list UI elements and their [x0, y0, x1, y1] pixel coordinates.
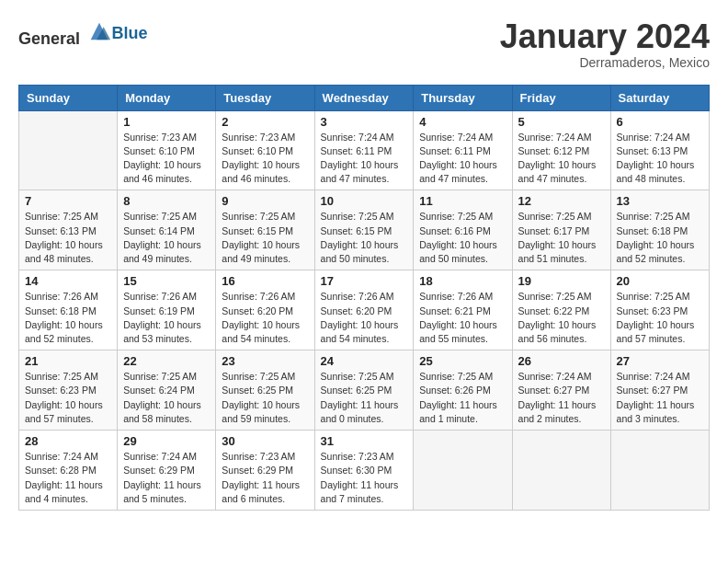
day-info: Sunrise: 7:25 AM Sunset: 6:25 PM Dayligh…: [321, 370, 408, 426]
calendar-header-cell: Wednesday: [314, 85, 414, 110]
calendar-header-cell: Sunday: [19, 85, 118, 110]
day-number: 8: [123, 194, 210, 208]
day-number: 9: [222, 194, 308, 208]
day-info: Sunrise: 7:26 AM Sunset: 6:20 PM Dayligh…: [321, 290, 408, 346]
calendar-day-cell: 1Sunrise: 7:23 AM Sunset: 6:10 PM Daylig…: [118, 110, 216, 190]
calendar-day-cell: [512, 431, 610, 511]
day-number: 16: [222, 274, 308, 288]
calendar-week-row: 21Sunrise: 7:25 AM Sunset: 6:23 PM Dayli…: [19, 350, 710, 431]
calendar-day-cell: [414, 431, 512, 511]
title-block: January 2024 Derramaderos, Mexico: [500, 18, 710, 70]
day-info: Sunrise: 7:25 AM Sunset: 6:24 PM Dayligh…: [123, 370, 210, 426]
day-info: Sunrise: 7:25 AM Sunset: 6:23 PM Dayligh…: [25, 370, 111, 426]
day-number: 18: [419, 274, 506, 288]
day-info: Sunrise: 7:24 AM Sunset: 6:28 PM Dayligh…: [25, 450, 111, 506]
day-number: 1: [123, 115, 210, 129]
day-info: Sunrise: 7:25 AM Sunset: 6:22 PM Dayligh…: [518, 290, 605, 346]
day-info: Sunrise: 7:25 AM Sunset: 6:17 PM Dayligh…: [518, 210, 605, 266]
calendar-header-cell: Monday: [118, 85, 216, 110]
day-info: Sunrise: 7:25 AM Sunset: 6:18 PM Dayligh…: [617, 210, 703, 266]
day-number: 6: [617, 115, 703, 129]
logo-blue: Blue: [112, 24, 148, 42]
calendar-day-cell: 29Sunrise: 7:24 AM Sunset: 6:29 PM Dayli…: [118, 431, 216, 511]
day-info: Sunrise: 7:24 AM Sunset: 6:13 PM Dayligh…: [617, 131, 703, 187]
day-number: 7: [25, 194, 111, 208]
calendar-week-row: 7Sunrise: 7:25 AM Sunset: 6:13 PM Daylig…: [19, 190, 710, 270]
calendar-header-cell: Thursday: [414, 85, 512, 110]
month-title: January 2024: [500, 18, 710, 55]
day-number: 13: [617, 194, 703, 208]
calendar-table: SundayMondayTuesdayWednesdayThursdayFrid…: [18, 85, 710, 511]
calendar-header-cell: Friday: [512, 85, 610, 110]
day-number: 5: [518, 115, 605, 129]
location: Derramaderos, Mexico: [500, 55, 710, 70]
calendar-week-row: 1Sunrise: 7:23 AM Sunset: 6:10 PM Daylig…: [19, 110, 710, 190]
calendar-header-cell: Tuesday: [216, 85, 314, 110]
calendar-body: 1Sunrise: 7:23 AM Sunset: 6:10 PM Daylig…: [19, 110, 710, 510]
day-info: Sunrise: 7:26 AM Sunset: 6:21 PM Dayligh…: [419, 290, 506, 346]
day-info: Sunrise: 7:25 AM Sunset: 6:25 PM Dayligh…: [222, 370, 308, 426]
calendar-day-cell: 4Sunrise: 7:24 AM Sunset: 6:11 PM Daylig…: [414, 110, 512, 190]
calendar-day-cell: 18Sunrise: 7:26 AM Sunset: 6:21 PM Dayli…: [414, 270, 512, 350]
day-info: Sunrise: 7:26 AM Sunset: 6:18 PM Dayligh…: [25, 290, 111, 346]
day-info: Sunrise: 7:23 AM Sunset: 6:10 PM Dayligh…: [123, 131, 210, 187]
calendar-day-cell: 28Sunrise: 7:24 AM Sunset: 6:28 PM Dayli…: [19, 431, 118, 511]
day-number: 4: [419, 115, 506, 129]
day-info: Sunrise: 7:25 AM Sunset: 6:23 PM Dayligh…: [617, 290, 703, 346]
day-number: 28: [25, 434, 111, 448]
calendar-day-cell: 14Sunrise: 7:26 AM Sunset: 6:18 PM Dayli…: [19, 270, 118, 350]
day-info: Sunrise: 7:25 AM Sunset: 6:14 PM Dayligh…: [123, 210, 210, 266]
day-number: 31: [321, 434, 408, 448]
calendar-day-cell: 21Sunrise: 7:25 AM Sunset: 6:23 PM Dayli…: [19, 350, 118, 431]
calendar-day-cell: 13Sunrise: 7:25 AM Sunset: 6:18 PM Dayli…: [610, 190, 709, 270]
day-number: 10: [321, 194, 408, 208]
logo-icon: [86, 18, 112, 44]
calendar-header-row: SundayMondayTuesdayWednesdayThursdayFrid…: [19, 85, 710, 110]
calendar-day-cell: 11Sunrise: 7:25 AM Sunset: 6:16 PM Dayli…: [414, 190, 512, 270]
calendar-day-cell: 15Sunrise: 7:26 AM Sunset: 6:19 PM Dayli…: [118, 270, 216, 350]
day-info: Sunrise: 7:26 AM Sunset: 6:20 PM Dayligh…: [222, 290, 308, 346]
calendar-day-cell: 2Sunrise: 7:23 AM Sunset: 6:10 PM Daylig…: [216, 110, 314, 190]
calendar-day-cell: 27Sunrise: 7:24 AM Sunset: 6:27 PM Dayli…: [610, 350, 709, 431]
calendar-day-cell: 23Sunrise: 7:25 AM Sunset: 6:25 PM Dayli…: [216, 350, 314, 431]
day-info: Sunrise: 7:25 AM Sunset: 6:26 PM Dayligh…: [419, 370, 506, 426]
day-number: 21: [25, 354, 111, 368]
day-number: 12: [518, 194, 605, 208]
calendar-day-cell: 16Sunrise: 7:26 AM Sunset: 6:20 PM Dayli…: [216, 270, 314, 350]
calendar-header-cell: Saturday: [610, 85, 709, 110]
calendar-day-cell: 20Sunrise: 7:25 AM Sunset: 6:23 PM Dayli…: [610, 270, 709, 350]
calendar-week-row: 14Sunrise: 7:26 AM Sunset: 6:18 PM Dayli…: [19, 270, 710, 350]
day-info: Sunrise: 7:24 AM Sunset: 6:11 PM Dayligh…: [321, 131, 408, 187]
day-number: 29: [123, 434, 210, 448]
calendar-day-cell: 3Sunrise: 7:24 AM Sunset: 6:11 PM Daylig…: [314, 110, 414, 190]
day-number: 15: [123, 274, 210, 288]
day-number: 23: [222, 354, 308, 368]
calendar-day-cell: 31Sunrise: 7:23 AM Sunset: 6:30 PM Dayli…: [314, 431, 414, 511]
day-number: 11: [419, 194, 506, 208]
day-info: Sunrise: 7:25 AM Sunset: 6:15 PM Dayligh…: [321, 210, 408, 266]
page-header: General Blue January 2024 Derramaderos, …: [18, 18, 710, 70]
day-number: 14: [25, 274, 111, 288]
day-number: 30: [222, 434, 308, 448]
day-number: 17: [321, 274, 408, 288]
calendar-day-cell: 19Sunrise: 7:25 AM Sunset: 6:22 PM Dayli…: [512, 270, 610, 350]
calendar-day-cell: 17Sunrise: 7:26 AM Sunset: 6:20 PM Dayli…: [314, 270, 414, 350]
day-info: Sunrise: 7:24 AM Sunset: 6:27 PM Dayligh…: [518, 370, 605, 426]
calendar-day-cell: 12Sunrise: 7:25 AM Sunset: 6:17 PM Dayli…: [512, 190, 610, 270]
day-number: 2: [222, 115, 308, 129]
calendar-day-cell: 25Sunrise: 7:25 AM Sunset: 6:26 PM Dayli…: [414, 350, 512, 431]
day-info: Sunrise: 7:23 AM Sunset: 6:10 PM Dayligh…: [222, 131, 308, 187]
calendar-day-cell: 22Sunrise: 7:25 AM Sunset: 6:24 PM Dayli…: [118, 350, 216, 431]
day-info: Sunrise: 7:25 AM Sunset: 6:15 PM Dayligh…: [222, 210, 308, 266]
day-info: Sunrise: 7:25 AM Sunset: 6:16 PM Dayligh…: [419, 210, 506, 266]
day-number: 27: [617, 354, 703, 368]
calendar-day-cell: 10Sunrise: 7:25 AM Sunset: 6:15 PM Dayli…: [314, 190, 414, 270]
day-number: 25: [419, 354, 506, 368]
day-info: Sunrise: 7:25 AM Sunset: 6:13 PM Dayligh…: [25, 210, 111, 266]
day-info: Sunrise: 7:24 AM Sunset: 6:29 PM Dayligh…: [123, 450, 210, 506]
logo-general: General: [18, 29, 80, 48]
day-info: Sunrise: 7:24 AM Sunset: 6:27 PM Dayligh…: [617, 370, 703, 426]
day-info: Sunrise: 7:23 AM Sunset: 6:30 PM Dayligh…: [321, 450, 408, 506]
calendar-day-cell: 6Sunrise: 7:24 AM Sunset: 6:13 PM Daylig…: [610, 110, 709, 190]
calendar-day-cell: 8Sunrise: 7:25 AM Sunset: 6:14 PM Daylig…: [118, 190, 216, 270]
